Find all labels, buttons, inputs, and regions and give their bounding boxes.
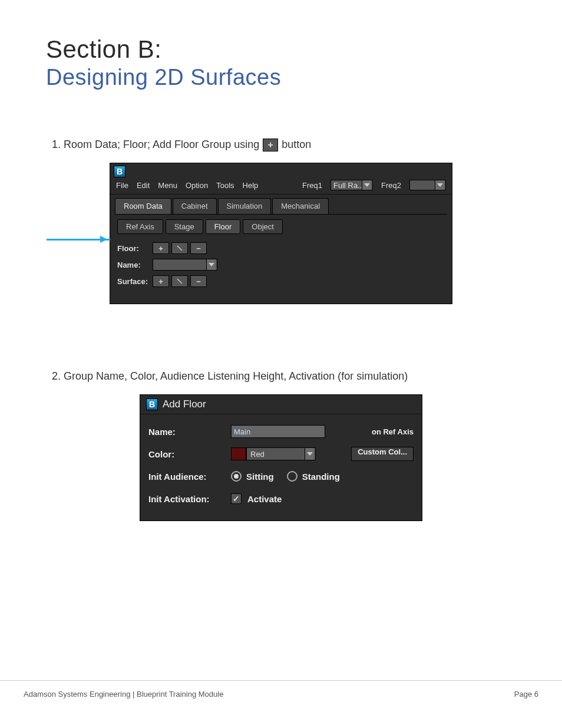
name-label: Name: <box>117 261 153 269</box>
inline-plus-button-illustration: + <box>263 139 278 151</box>
dialog-name-label: Name: <box>148 427 231 437</box>
chevron-down-icon <box>206 259 216 270</box>
section-label: Section B: <box>46 35 516 64</box>
freq1-value: Full Ra... <box>333 181 364 190</box>
chevron-down-icon <box>362 180 371 190</box>
section-title: Designing 2D Surfaces <box>46 65 516 90</box>
primary-tabs: Room Data Cabinet Simulation Mechanical <box>110 195 452 214</box>
freq1-label: Freq1 <box>302 181 322 190</box>
custom-color-button[interactable]: Custom Col... <box>351 447 414 461</box>
freq2-select[interactable] <box>409 180 446 190</box>
tab-mechanical[interactable]: Mechanical <box>272 198 329 214</box>
add-floor-dialog: B Add Floor Name: Main on Ref Axis Color… <box>140 394 422 521</box>
dialog-title: Add Floor <box>163 398 206 410</box>
menu-menu[interactable]: Menu <box>158 181 177 190</box>
menu-option[interactable]: Option <box>186 181 208 190</box>
dialog-color-select[interactable]: Red <box>246 447 316 460</box>
menu-help[interactable]: Help <box>243 181 259 190</box>
dialog-audience-label: Init Audience: <box>148 472 231 482</box>
radio-standing[interactable] <box>287 471 297 482</box>
step-2-text: 2. Group Name, Color, Audience Listening… <box>52 369 408 384</box>
activate-checkbox[interactable] <box>231 493 242 504</box>
dialog-titlebar: B Add Floor <box>140 395 422 414</box>
color-swatch <box>231 447 246 460</box>
footer-rule <box>0 680 562 681</box>
footer-left: Adamson Systems Engineering | Blueprint … <box>24 690 223 699</box>
menu-tools[interactable]: Tools <box>216 181 234 190</box>
backslash-icon <box>176 244 184 252</box>
surface-add-button[interactable]: + <box>153 275 169 287</box>
svg-line-1 <box>177 279 182 284</box>
tab-room-data[interactable]: Room Data <box>115 198 171 214</box>
dialog-color-value: Red <box>250 450 265 459</box>
dialog-name-value: Main <box>234 427 250 436</box>
floor-label: Floor: <box>117 244 153 253</box>
surface-edit-button[interactable] <box>171 275 188 287</box>
subtab-ref-axis[interactable]: Ref Axis <box>117 219 163 234</box>
radio-standing-label: Standing <box>302 472 340 482</box>
radio-sitting-label: Sitting <box>246 472 274 482</box>
floor-edit-button[interactable] <box>171 242 188 254</box>
menubar: File Edit Menu Option Tools Help Freq1 F… <box>110 177 452 195</box>
floor-add-button[interactable]: + <box>153 242 169 254</box>
dialog-name-suffix: on Ref Axis <box>372 427 414 436</box>
freq1-select[interactable]: Full Ra... <box>330 180 373 190</box>
activate-label: Activate <box>247 494 282 504</box>
backslash-icon <box>176 277 184 285</box>
step-1-text-suffix: button <box>282 137 311 152</box>
name-select[interactable] <box>153 259 217 271</box>
freq2-label: Freq2 <box>381 181 401 190</box>
dialog-activation-label: Init Activation: <box>148 494 231 504</box>
radio-sitting[interactable] <box>231 471 242 482</box>
step-1-text-prefix: 1. Room Data; Floor; Add Floor Group usi… <box>52 137 259 152</box>
menu-edit[interactable]: Edit <box>137 181 150 190</box>
tab-cabinet[interactable]: Cabinet <box>173 198 217 214</box>
app-logo-icon: B <box>114 166 125 177</box>
floor-remove-button[interactable]: − <box>190 242 207 254</box>
tab-simulation[interactable]: Simulation <box>218 198 272 214</box>
surface-label: Surface: <box>117 277 153 286</box>
chevron-down-icon <box>305 448 314 460</box>
footer-page: Page 6 <box>514 690 538 699</box>
app-logo-icon: B <box>146 398 158 410</box>
subtab-stage[interactable]: Stage <box>166 219 203 234</box>
callout-arrow-icon <box>47 239 110 241</box>
floor-row: Floor: + − <box>117 240 452 256</box>
subtab-object[interactable]: Object <box>243 219 283 234</box>
blueprint-main-window: B File Edit Menu Option Tools Help Freq1… <box>110 163 452 304</box>
surface-row: Surface: + − <box>117 273 452 289</box>
name-row: Name: <box>117 256 452 273</box>
secondary-tabs: Ref Axis Stage Floor Object <box>110 215 452 234</box>
dialog-name-input[interactable]: Main <box>231 425 325 438</box>
dialog-color-label: Color: <box>148 449 231 459</box>
surface-remove-button[interactable]: − <box>190 275 207 287</box>
svg-line-0 <box>177 246 182 251</box>
chevron-down-icon <box>435 180 444 190</box>
menu-file[interactable]: File <box>116 181 128 190</box>
subtab-floor[interactable]: Floor <box>206 219 241 234</box>
